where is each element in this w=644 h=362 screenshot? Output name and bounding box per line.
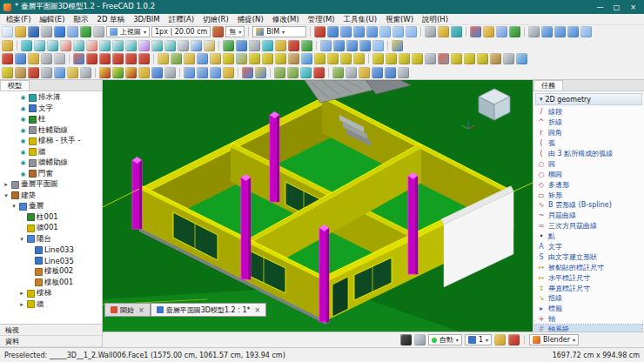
snap-center-icon[interactable] xyxy=(60,40,71,51)
task-tool-item[interactable]: ▭矩形 xyxy=(535,190,642,200)
working-plane-front-icon[interactable] xyxy=(554,26,566,37)
grille-icon[interactable] xyxy=(451,53,462,64)
task-tool-item[interactable]: ↘指線 xyxy=(535,293,642,304)
task-tool-item[interactable]: ↔水平標註尺寸 xyxy=(535,272,642,283)
menu-item[interactable]: 2D 草稿 xyxy=(93,14,130,25)
array-icon[interactable] xyxy=(333,40,345,51)
tree-item[interactable]: ◉牆輔助線 xyxy=(0,158,102,169)
rebar-icon[interactable] xyxy=(438,53,449,64)
select-contents-icon[interactable] xyxy=(496,26,507,37)
select-group-icon[interactable] xyxy=(425,26,436,37)
autogroup-combo[interactable]: 無 ▾ xyxy=(225,26,245,37)
view-top-icon[interactable] xyxy=(353,26,365,37)
shape-2d-view-icon[interactable] xyxy=(80,67,91,78)
tree-item[interactable]: ▸樓梯 xyxy=(0,288,102,299)
collaborate-icon[interactable] xyxy=(300,67,312,78)
view-rear-icon[interactable] xyxy=(379,26,391,37)
tab-data-properties[interactable]: 資料 xyxy=(0,336,102,347)
classification-icon[interactable] xyxy=(345,67,357,78)
tree-item[interactable]: ◉柱輔助線 xyxy=(0,125,102,137)
menu-item[interactable]: 註釋(A) xyxy=(164,14,198,25)
tendon-icon[interactable] xyxy=(464,53,475,64)
menu-item[interactable]: 顯示 xyxy=(70,14,93,25)
view-bottom-icon[interactable] xyxy=(392,26,404,37)
visibility-eye-icon[interactable]: ◉ xyxy=(19,137,27,144)
equipment-icon[interactable] xyxy=(2,67,13,78)
working-plane-side-icon[interactable] xyxy=(567,26,579,37)
schedule-icon[interactable] xyxy=(41,67,52,78)
offset-icon[interactable] xyxy=(275,40,286,51)
visibility-eye-icon[interactable]: ◉ xyxy=(19,171,27,178)
task-tool-item[interactable]: ∿B 雲形線 (B-spline) xyxy=(535,200,642,211)
snap-dimensions-icon[interactable] xyxy=(204,40,215,51)
visibility-eye-icon[interactable]: ◉ xyxy=(19,149,27,156)
expand-arrow-icon[interactable]: ▾ xyxy=(3,192,10,199)
task-tool-item[interactable]: (弧 xyxy=(535,138,642,149)
frame-icon[interactable] xyxy=(340,53,352,64)
views-manager-icon[interactable] xyxy=(164,67,176,78)
project-icon[interactable] xyxy=(158,53,169,64)
panel-icon[interactable] xyxy=(327,53,339,64)
slab-icon[interactable] xyxy=(275,53,286,64)
view-front-icon[interactable] xyxy=(340,26,352,37)
erase-icon[interactable] xyxy=(508,334,520,345)
dimension-icon[interactable] xyxy=(28,53,39,64)
task-tool-item[interactable]: (由 3 點所構成的弧線 xyxy=(535,149,642,159)
material-icon[interactable] xyxy=(28,67,39,78)
column-icon[interactable] xyxy=(249,53,260,64)
tree-item[interactable]: 樓板002 xyxy=(0,266,102,278)
snap-parallel-icon[interactable] xyxy=(125,40,137,51)
apply-style-icon[interactable] xyxy=(212,26,224,37)
tree-item[interactable]: ▾陽台 xyxy=(0,234,102,245)
union-icon[interactable] xyxy=(184,67,195,78)
layers-icon[interactable] xyxy=(359,67,370,78)
clone-icon[interactable] xyxy=(320,40,332,51)
sketch-edit-icon[interactable] xyxy=(255,67,266,78)
ifc-import-icon[interactable] xyxy=(274,67,285,78)
draw-style-icon[interactable] xyxy=(414,334,426,345)
task-tool-item[interactable]: ○橢圓 xyxy=(535,169,642,179)
remove-component-icon[interactable] xyxy=(125,67,137,78)
toggle-grid-icon[interactable] xyxy=(528,26,540,37)
print-icon[interactable] xyxy=(41,26,52,37)
bim-setup-icon[interactable] xyxy=(151,67,163,78)
line-width-combo[interactable]: 1 ▾ xyxy=(465,334,492,345)
snap-special-icon[interactable] xyxy=(138,40,150,51)
refresh-icon[interactable] xyxy=(80,26,91,37)
tree-item[interactable]: ▾建築 xyxy=(0,191,102,202)
rotate-icon[interactable] xyxy=(236,40,247,51)
expand-arrow-icon[interactable]: ▾ xyxy=(18,236,25,243)
site-icon[interactable] xyxy=(171,53,182,64)
survey-icon[interactable] xyxy=(138,67,150,78)
tab-tasks[interactable]: 任務 xyxy=(533,80,563,90)
task-tool-item[interactable]: r圓角 xyxy=(535,128,642,138)
polar-array-icon[interactable] xyxy=(359,40,371,51)
toggle-visibility-icon[interactable] xyxy=(451,26,462,37)
sketch-icon[interactable] xyxy=(73,53,84,64)
working-plane-top-icon[interactable] xyxy=(541,26,553,37)
stretch-icon[interactable] xyxy=(301,40,312,51)
measure-icon[interactable] xyxy=(438,26,449,37)
mirror-icon[interactable] xyxy=(262,40,273,51)
scale-icon[interactable] xyxy=(249,40,260,51)
view-right-icon[interactable] xyxy=(366,26,378,37)
truss-icon[interactable] xyxy=(399,53,410,64)
profile-icon[interactable] xyxy=(412,53,423,64)
annotation-styles-icon[interactable] xyxy=(54,53,65,64)
tree-item[interactable]: ◉排水溝 xyxy=(0,92,102,104)
wall-icon[interactable] xyxy=(223,53,234,64)
trimex-icon[interactable] xyxy=(288,40,299,51)
task-tool-item[interactable]: S由文字建立形狀 xyxy=(535,251,642,262)
add-component-icon[interactable] xyxy=(112,67,124,78)
task-tool-item[interactable]: +軸 xyxy=(535,314,642,325)
menu-item[interactable]: 切繪(R) xyxy=(198,14,233,25)
help-whats-this-icon[interactable] xyxy=(385,67,396,78)
path-array-icon[interactable] xyxy=(346,40,358,51)
add-to-group-icon[interactable] xyxy=(483,26,494,37)
close-icon[interactable]: × xyxy=(255,306,261,314)
tab-view-properties[interactable]: 檢視 xyxy=(0,325,102,336)
task-tool-item[interactable]: ▸標籤 xyxy=(535,304,642,314)
tab-model[interactable]: 模型 xyxy=(0,80,30,90)
extrude-icon[interactable] xyxy=(223,67,234,78)
label-icon[interactable] xyxy=(41,53,52,64)
